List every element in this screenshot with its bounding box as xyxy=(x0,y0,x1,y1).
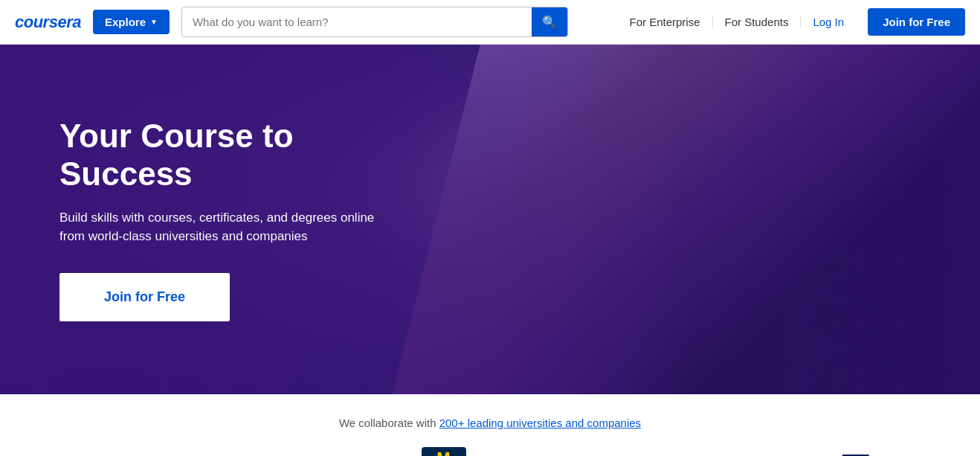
join-free-button-nav[interactable]: Join for Free xyxy=(868,8,965,36)
login-link[interactable]: Log In xyxy=(801,16,856,28)
hero-title: Your Course to Success xyxy=(59,118,402,193)
hero-subtitle: Build skills with courses, certificates,… xyxy=(59,208,402,246)
partners-link[interactable]: 200+ leading universities and companies xyxy=(439,417,641,429)
search-bar: 🔍 xyxy=(181,7,568,37)
hero-content: Your Course to Success Build skills with… xyxy=(0,118,461,321)
for-students-link[interactable]: For Students xyxy=(713,16,802,28)
search-button[interactable]: 🔍 xyxy=(532,7,567,36)
logo-text: coursera xyxy=(15,13,81,32)
hero-section: Your Course to Success Build skills with… xyxy=(0,45,980,394)
join-free-button-hero[interactable]: Join for Free xyxy=(59,273,230,321)
for-enterprise-link[interactable]: For Enterprise xyxy=(617,16,712,28)
logo-duke: Duke UNIVERSITY xyxy=(196,453,256,456)
search-input[interactable] xyxy=(182,8,532,36)
explore-button[interactable]: Explore ▼ xyxy=(93,10,170,34)
search-icon: 🔍 xyxy=(542,15,557,29)
logo-michigan: M UNIVERSITYOF MICHIGAN xyxy=(422,447,466,456)
partners-logos: I ILLINOIS Duke UNIVERSITY Google M UNIV… xyxy=(15,447,965,456)
partners-intro: We collaborate with 200+ leading univers… xyxy=(15,417,965,429)
nav-links: For Enterprise For Students Log In Join … xyxy=(617,8,965,36)
chevron-down-icon: ▼ xyxy=(150,18,158,26)
logo[interactable]: coursera xyxy=(15,13,81,32)
navbar: coursera Explore ▼ 🔍 For Enterprise For … xyxy=(0,0,980,45)
michigan-m: M xyxy=(436,450,451,456)
explore-label: Explore xyxy=(105,16,146,28)
duke-name: Duke xyxy=(202,453,250,456)
partners-section: We collaborate with 200+ leading univers… xyxy=(0,394,980,456)
